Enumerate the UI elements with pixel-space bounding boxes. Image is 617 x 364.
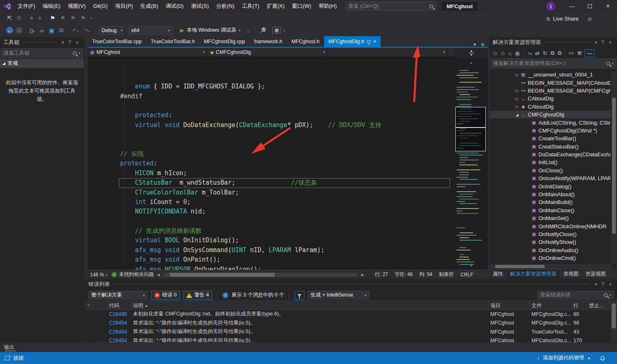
split-editor-handle-icon[interactable]	[455, 49, 488, 58]
column-project[interactable]: 项目	[489, 301, 530, 310]
tab-pin-icon[interactable]	[367, 40, 370, 43]
chevron-collapsed-icon[interactable]: ▷	[514, 73, 520, 77]
error-scope-dropdown[interactable]: 整个解决方案▾	[88, 291, 148, 299]
open-file-icon[interactable]: ▱	[37, 27, 46, 34]
se-view-code-icon[interactable]: <>	[567, 51, 575, 56]
column-line[interactable]: 行	[572, 301, 587, 310]
error-row-4[interactable]: C26454算术溢出: “-”操作在编译时生成负的无符号结果(io.5)。MFC…	[85, 336, 617, 343]
tree-item-OnMainSet()[interactable]: ▣OnMainSet()	[489, 214, 610, 222]
tree-item-AddList(CString, CString, CString[interactable]: ▣AddList(CString, CString, CString	[489, 118, 610, 126]
warnings-toggle-button[interactable]: 警告 4	[183, 291, 212, 300]
tab-close-icon[interactable]: ×	[373, 39, 376, 44]
se-sync-icon[interactable]: ⇄	[533, 50, 541, 56]
live-share-label[interactable]: Live Share	[553, 16, 579, 22]
source-control-caret-icon[interactable]: ▲	[587, 356, 591, 360]
error-row-2[interactable]: C26454算术溢出: “-”操作在编译时生成负的无符号结果(io.5)。MFC…	[85, 319, 617, 328]
toolbox-pin-icon[interactable]: ⊤	[66, 40, 74, 45]
column-file[interactable]: 文件	[530, 301, 572, 310]
close-button[interactable]: ×	[599, 0, 617, 12]
new-file-icon[interactable]: ▯▾	[28, 27, 37, 34]
eol-mode[interactable]: CRLF	[460, 272, 473, 278]
menu-调试(D)[interactable]: 调试(D)	[162, 0, 187, 12]
feedback-icon[interactable]: ☺	[587, 16, 592, 22]
tab-TrueColorToolBar.cpp[interactable]: TrueColorToolBar.cpp	[88, 36, 146, 47]
tree-horizontal-scrollbar[interactable]	[489, 264, 611, 269]
column-suppress[interactable]: 禁止...	[587, 301, 610, 310]
menu-帮助(H)[interactable]: 帮助(H)	[315, 0, 341, 12]
se-properties-icon[interactable]: ⚒	[575, 50, 584, 56]
editor-minimap[interactable]: ▲ ▼	[455, 49, 488, 271]
maximize-button[interactable]	[581, 0, 599, 12]
toolbar-grip[interactable]: ⁞	[0, 16, 5, 20]
menu-工具(T)[interactable]: 工具(T)	[238, 0, 263, 12]
next-bookmark-icon[interactable]: ⚑	[68, 15, 78, 21]
toolbox-section-general[interactable]: ◢ 常规	[0, 59, 84, 68]
previous-bookmark-icon[interactable]: ⚑	[58, 15, 68, 21]
tree-vertical-scrollbar[interactable]	[611, 72, 617, 263]
se-collapse-all-icon[interactable]: ⧉	[549, 50, 556, 56]
solution-configuration-dropdown[interactable]: Debug▾	[98, 26, 124, 35]
indent-icon[interactable]: ≡	[27, 15, 35, 21]
start-debugging-icon[interactable]: ▶	[178, 27, 187, 33]
tree-item-OnIconNotify(WPARAM, LPARAM[interactable]: ▣OnIconNotify(WPARAM, LPARAM	[489, 174, 610, 182]
se-preview-selected-icon[interactable]: —	[585, 49, 595, 57]
minimap-scroll-down-icon[interactable]: ▼	[455, 264, 488, 268]
active-files-dropdown-icon[interactable]: ▼	[473, 42, 477, 47]
solution-explorer-menu-caret-icon[interactable]: ▾	[593, 40, 599, 44]
code-line-11[interactable]: CStatusBar m_wndStatusBar; //状态条	[88, 178, 488, 188]
navigate-back-icon[interactable]: ←	[6, 27, 13, 34]
menu-窗口(W)[interactable]: 窗口(W)	[288, 0, 315, 12]
tree-item-OnInitDialog()[interactable]: ▣OnInitDialog()	[489, 182, 610, 190]
menu-测试(S)[interactable]: 测试(S)	[187, 0, 212, 12]
solution-explorer-pin-icon[interactable]: ⊤	[599, 40, 607, 45]
tree-item-InitList()[interactable]: ▣InitList()	[489, 158, 610, 166]
indent-mode[interactable]: 制表符	[439, 271, 454, 278]
tree-item-CreateToolBar()[interactable]: ▣CreateToolBar()	[489, 134, 610, 142]
chevron-collapsed-icon[interactable]: ▷	[514, 88, 520, 93]
tree-item-OnMainBuild()[interactable]: ▣OnMainBuild()	[489, 198, 610, 206]
tab-MFCghostDlg.cpp[interactable]: MFCghostDlg.cpp	[199, 36, 250, 47]
error-code-link[interactable]: C26454	[107, 338, 131, 342]
editor-horizontal-scrollbar[interactable]	[164, 273, 357, 277]
bookmark-icon[interactable]: ⚑	[48, 15, 58, 21]
save-icon[interactable]: ▣	[46, 27, 57, 34]
hscroll-right-icon[interactable]: ▶	[361, 273, 364, 277]
copy-lines-icon[interactable]: ⧉	[14, 14, 23, 21]
menu-项目(P)[interactable]: 项目(P)	[111, 0, 137, 12]
toolbox-close-icon[interactable]: ×	[74, 40, 81, 45]
error-list-search-box[interactable]: 搜索错误列表 ▾	[537, 291, 614, 299]
tab-output[interactable]: 输出	[0, 342, 14, 351]
start-debugging-label[interactable]: 本地 Windows 调试器	[187, 27, 236, 34]
outdent-icon[interactable]: ≡	[35, 15, 44, 21]
quick-search-box[interactable]: 搜索 (Ctrl+Q)	[346, 2, 436, 11]
se-switch-views-icon[interactable]: ▣	[513, 50, 522, 56]
clear-bookmarks-icon[interactable]: ⚑	[78, 15, 88, 21]
error-source-dropdown[interactable]: 生成 + IntelliSense▾	[308, 291, 369, 299]
tree-item-CMFCghostDlg[interactable]: ◢→CMFCghostDlg	[489, 111, 610, 118]
se-show-all-files-icon[interactable]: ⧉	[556, 50, 563, 56]
solution-platform-dropdown[interactable]: x64▾	[128, 26, 173, 35]
menu-文件(F)[interactable]: 文件(F)	[14, 0, 39, 12]
column-pin[interactable]: ⊤	[85, 301, 97, 310]
save-all-icon[interactable]: ⧉	[57, 27, 66, 34]
error-list-vertical-scrollbar[interactable]	[611, 302, 617, 341]
panel-tab-类视图[interactable]: 类视图	[560, 269, 582, 279]
tree-item-OnOnlineAudio()[interactable]: ▣OnOnlineAudio()	[489, 246, 610, 254]
error-list-menu-caret-icon[interactable]: ▾	[593, 282, 599, 286]
tree-item-OnOnlineCmd()[interactable]: ▣OnOnlineCmd()	[489, 254, 610, 262]
window-options-icon[interactable]: ⚙	[481, 42, 485, 47]
column-description[interactable]: 说明 ▲	[131, 301, 489, 310]
menu-分析(N)[interactable]: 分析(N)	[213, 0, 238, 12]
error-code-link[interactable]: C26454	[107, 320, 131, 326]
error-row-3[interactable]: C26454算术溢出: “-”操作在编译时生成负的无符号结果(io.5)。MFC…	[85, 327, 617, 336]
tree-item-OnNotifyShow()[interactable]: ▣OnNotifyShow()	[489, 238, 610, 246]
find-in-files-icon[interactable]: 🔎	[257, 27, 269, 34]
redo-icon[interactable]: ↷▾	[81, 27, 93, 34]
chevron-expanded-icon[interactable]: ◢	[514, 113, 520, 117]
tree-item-BEGIN_MESSAGE_MAP(CAboutDlg[interactable]: ⊶BEGIN_MESSAGE_MAP(CAboutDlg	[489, 79, 610, 86]
panel-tab-资源视图[interactable]: 资源视图	[582, 269, 609, 279]
chevron-collapsed-icon[interactable]: ▷	[514, 97, 520, 101]
se-home-icon[interactable]: ⌂	[507, 50, 513, 56]
tree-item-OnNMRClickOnline(NMHDR[interactable]: ▣OnNMRClickOnline(NMHDR	[489, 222, 610, 230]
navbar-type-dropdown[interactable]: ◆ CMFCghostDlg▾	[208, 48, 328, 57]
